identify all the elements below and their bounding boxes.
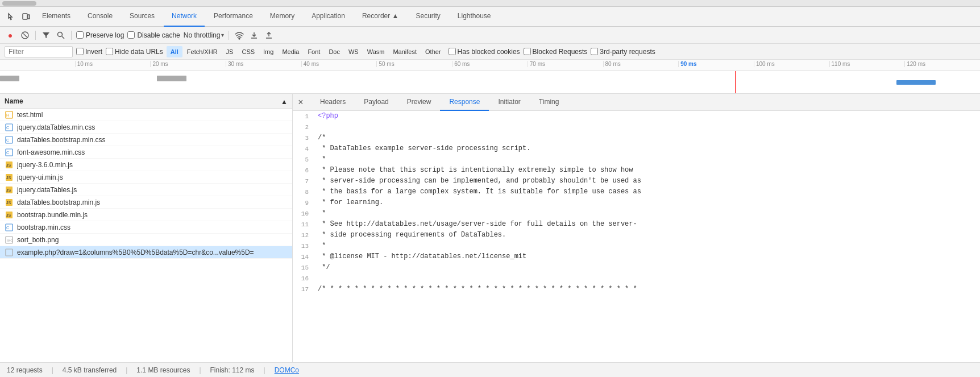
file-item-jquery-datatables-js[interactable]: JS jquery.dataTables.js [0,184,292,196]
hide-data-urls-label[interactable]: Hide data URLs [106,48,163,56]
code-line-5: 5 * [293,154,980,165]
svg-rect-33 [6,249,13,256]
file-item-test-html[interactable]: H test.html [0,109,292,121]
tab-preview[interactable]: Preview [398,94,441,111]
export-har-btn[interactable] [263,30,275,41]
file-item-bootstrap-bundle-js[interactable]: JS bootstrap.bundle.min.js [0,209,292,221]
filter-type-other[interactable]: Other [421,46,445,57]
tab-elements[interactable]: Elements [34,7,78,27]
tab-memory[interactable]: Memory [262,7,302,27]
invert-label[interactable]: Invert [76,48,102,56]
js-icon: JS [5,160,14,169]
tab-headers[interactable]: Headers [311,94,355,111]
import-har-btn[interactable] [248,30,260,41]
scroll-up-btn[interactable]: ▲ [281,98,288,105]
filter-type-manifest[interactable]: Manifest [389,46,421,57]
filter-type-js[interactable]: JS [222,46,238,57]
tab-timing[interactable]: Timing [530,94,568,111]
code-line-10: 10 * [293,208,980,219]
detail-tab-bar: × Headers Payload Preview Response Initi… [293,94,980,111]
file-item-jquery-datatables-css[interactable]: C jquery.dataTables.min.css [0,121,292,134]
file-list-scroll[interactable]: H test.html C jquery.dataTables.min.css … [0,109,292,362]
file-item-datatables-bootstrap-js[interactable]: JS dataTables.bootstrap.min.js [0,196,292,209]
file-name: dataTables.bootstrap.min.css [17,136,288,144]
svg-text:JS: JS [6,188,11,192]
code-view[interactable]: 1 <?php 2 3 /* 4 * DataTables example se… [293,111,980,362]
requests-count: 12 requests [7,366,43,374]
filter-btn[interactable] [40,30,52,41]
code-line-9: 9 * for learning. [293,197,980,208]
file-item-sort-both-png[interactable]: IMG sort_both.png [0,234,292,246]
record-stop-btn[interactable]: ● [5,30,16,41]
preserve-log-label[interactable]: Preserve log [76,31,124,39]
tab-payload[interactable]: Payload [355,94,397,111]
disable-cache-label[interactable]: Disable cache [127,31,180,39]
tab-lighthouse[interactable]: Lighthouse [450,7,499,27]
third-party-label[interactable]: 3rd-party requests [591,48,655,56]
file-item-datatables-bootstrap-css[interactable]: C dataTables.bootstrap.min.css [0,134,292,146]
device-toolbar-btn[interactable] [19,10,33,23]
svg-rect-1 [28,15,30,19]
tab-security[interactable]: Security [408,7,448,27]
filter-type-css[interactable]: CSS [238,46,259,57]
tab-console[interactable]: Console [80,7,121,27]
file-name: jquery-ui.min.js [17,173,288,181]
code-line-4: 4 * DataTables example server-side proce… [293,143,980,154]
filter-type-fetchxhr[interactable]: Fetch/XHR [183,46,222,57]
search-btn[interactable] [55,30,67,41]
tab-sources[interactable]: Sources [122,7,163,27]
blocked-cookies-checkbox[interactable] [449,48,456,55]
detail-close-btn[interactable]: × [293,94,309,110]
devtools-tab-bar: Elements Console Sources Network Perform… [0,7,980,27]
filter-type-wasm[interactable]: Wasm [363,46,389,57]
blocked-cookies-label[interactable]: Has blocked cookies [449,48,520,56]
file-item-jquery-js[interactable]: JS jquery-3.6.0.min.js [0,159,292,171]
transferred-size: 4.5 kB transferred [63,366,117,374]
inspect-element-btn[interactable] [5,10,18,23]
blocked-requests-checkbox[interactable] [524,48,531,55]
code-line-12: 12 * side processing requirements of Dat… [293,230,980,241]
file-item-jquery-ui-js[interactable]: JS jquery-ui.min.js [0,171,292,184]
file-item-font-awesome-css[interactable]: C font-awesome.min.css [0,146,292,159]
tab-performance[interactable]: Performance [206,7,261,27]
css-icon: C [5,223,14,232]
top-scrollbar[interactable] [0,0,980,7]
hide-data-urls-checkbox[interactable] [106,48,113,55]
file-item-bootstrap-css[interactable]: C bootstrap.min.css [0,221,292,234]
tab-application[interactable]: Application [304,7,353,27]
code-line-17: 17 /* * * * * * * * * * * * * * * * * * … [293,284,980,295]
throttling-control[interactable]: No throttling ▾ [184,31,225,39]
toolbar-separator-3 [229,31,229,40]
preserve-log-checkbox[interactable] [76,31,84,39]
filter-type-img[interactable]: Img [259,46,277,57]
filter-type-ws[interactable]: WS [344,46,363,57]
file-name: sort_both.png [17,236,288,244]
tab-network[interactable]: Network [164,7,205,27]
file-name: jquery.dataTables.min.css [17,123,288,131]
filter-input[interactable] [5,46,73,57]
img-icon: IMG [5,235,14,245]
dom-content-loaded[interactable]: DOMCo [275,366,299,374]
blocked-requests-label[interactable]: Blocked Requests [524,48,588,56]
code-line-8: 8 * the basis for a large complex system… [293,187,980,197]
invert-checkbox[interactable] [76,48,84,55]
filter-type-media[interactable]: Media [278,46,303,57]
svg-line-5 [62,36,64,39]
tick-4: 40 ms [301,61,377,67]
timeline-area: 10 ms 20 ms 30 ms 40 ms 50 ms 60 ms 70 m… [0,60,980,94]
clear-btn[interactable] [19,30,31,41]
tab-recorder[interactable]: Recorder ▲ [354,7,407,27]
filter-type-font[interactable]: Font [304,46,324,57]
file-item-example-php[interactable]: example.php?draw=1&columns%5B0%5D%5Bdata… [0,246,292,259]
tab-initiator[interactable]: Initiator [489,94,529,111]
file-list-panel: Name ▲ H test.html C jquery.dataTables.m… [0,94,293,362]
scrollbar-thumb[interactable] [2,1,36,6]
third-party-checkbox[interactable] [591,48,598,55]
filter-type-all[interactable]: All [167,46,182,57]
wifi-icon-btn[interactable] [234,30,245,41]
main-area: Name ▲ H test.html C jquery.dataTables.m… [0,94,980,362]
tab-response[interactable]: Response [440,94,489,111]
filter-type-doc[interactable]: Doc [325,46,344,57]
disable-cache-checkbox[interactable] [127,31,135,39]
svg-text:C: C [6,126,9,130]
